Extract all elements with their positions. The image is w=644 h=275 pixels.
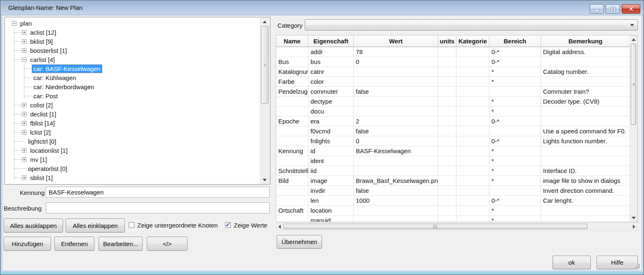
table-row-color[interactable]: Farbecolor*: [276, 77, 630, 87]
scroll-left-arrow-icon[interactable]: [276, 223, 283, 230]
table-row-docu[interactable]: docu*: [276, 107, 630, 116]
scroll-right-arrow-icon[interactable]: [631, 223, 637, 230]
tree-item-bklist-9[interactable]: +bklist [9]: [5, 37, 259, 46]
tree-item-car-k-hlwagen[interactable]: car: Kühlwagen: [5, 73, 259, 82]
beschreibung-input[interactable]: [46, 202, 270, 213]
expand-toggle-icon[interactable]: +: [22, 121, 26, 126]
table-row-dectype[interactable]: dectype*Decoder type. (CV8): [276, 97, 630, 107]
expand-toggle-icon[interactable]: +: [22, 30, 26, 35]
scroll-up-arrow-icon[interactable]: [630, 36, 637, 43]
apply-button[interactable]: Übernehmen: [277, 235, 322, 249]
expand-toggle-icon[interactable]: +: [22, 48, 26, 53]
table-row-len[interactable]: len10000-*Car lenght.: [276, 196, 630, 206]
table-cell: [438, 126, 456, 136]
tree-item-car-post[interactable]: car: Post: [5, 91, 259, 100]
edit-button[interactable]: Bearbeiten...: [99, 237, 143, 251]
tree-scrollbar-thumb[interactable]: ≡: [261, 26, 268, 104]
table-row-image[interactable]: BildimageBrawa_Basf_Kesselwagen.png*imag…: [276, 176, 630, 186]
tree-item-label[interactable]: lightctrl [0]: [27, 138, 57, 145]
tree-item-sblist-1[interactable]: +sblist [1]: [5, 173, 259, 182]
table-row-location[interactable]: Ortschaftlocation*: [276, 206, 630, 216]
tree-item-label[interactable]: carlist [4]: [29, 56, 56, 64]
horizontal-scrollbar-thumb[interactable]: |||: [283, 224, 588, 229]
table-row-addr[interactable]: addr780-*Digital address.: [276, 47, 630, 57]
tree-item-label[interactable]: sblist [1]: [29, 174, 54, 182]
tree-item-operatorlist-0[interactable]: operatorlist [0]: [5, 164, 259, 173]
table-cell: *: [489, 156, 541, 166]
tree-item-fblist-14[interactable]: +fblist [14]: [5, 119, 259, 128]
tree-item-mv-1[interactable]: +mv [1]: [5, 155, 259, 164]
tree-item-label[interactable]: car: Kühlwagen: [32, 74, 77, 82]
tree-item-locationlist-1[interactable]: +locationlist [1]: [5, 146, 259, 155]
expand-toggle-icon[interactable]: +: [22, 130, 26, 135]
table-row-fnlights[interactable]: fnlights00-*Lights function number.: [276, 136, 630, 146]
expand-toggle-icon[interactable]: +: [22, 39, 26, 44]
resize-grip[interactable]: [635, 264, 640, 269]
table-row-commuter[interactable]: PendelzugcommuterfalseCommuter train?: [276, 87, 630, 97]
table-row-id[interactable]: KennungidBASF-Kesselwagen*: [276, 146, 630, 156]
category-select[interactable]: [305, 19, 638, 31]
add-button[interactable]: Hinzufügen: [4, 237, 51, 251]
tree-item-label[interactable]: locationlist [1]: [29, 147, 69, 154]
code-view-button[interactable]: </>: [147, 237, 188, 251]
scroll-down-arrow-icon[interactable]: [260, 176, 269, 183]
tree-item-label[interactable]: mv [1]: [29, 156, 48, 164]
tree-item-carlist-4[interactable]: −carlist [4]: [5, 55, 259, 64]
tree-item-label[interactable]: car: Post: [32, 92, 59, 100]
tree-item-label[interactable]: boosterlist [1]: [29, 47, 68, 55]
expand-toggle-icon[interactable]: +: [22, 103, 26, 107]
collapse-toggle-icon[interactable]: −: [12, 21, 16, 26]
expand-all-button[interactable]: Alles ausklappen: [4, 218, 63, 232]
tree-item-label[interactable]: aclist [12]: [29, 28, 57, 36]
title-bar[interactable]: Gleisplan-Name: New Plan ✕: [1, 1, 643, 15]
tree-item-lightctrl-0[interactable]: lightctrl [0]: [5, 137, 259, 146]
tree-item-label[interactable]: plan: [19, 19, 33, 27]
tree-scrollbar[interactable]: ≡: [260, 18, 270, 184]
tree-item-label[interactable]: car: Niederbordwagen: [32, 83, 96, 91]
tree-item-declist-1[interactable]: +declist [1]: [5, 109, 259, 119]
table-row-f0vcmd[interactable]: f0vcmdfalseUse a speed command for F0.: [276, 126, 630, 136]
scroll-up-arrow-icon[interactable]: [260, 18, 269, 25]
expand-toggle-icon[interactable]: +: [22, 148, 26, 153]
tree-item-aclist-12[interactable]: +aclist [12]: [5, 28, 259, 37]
show-values-checkbox[interactable]: [225, 222, 231, 228]
tree-item-colist-2[interactable]: +colist [2]: [5, 100, 259, 109]
show-child-nodes-checkbox[interactable]: [129, 222, 134, 228]
table-row-manuid[interactable]: manuid*: [276, 216, 630, 222]
collapse-all-button[interactable]: Alles einklappen: [66, 218, 125, 232]
table-row-iid[interactable]: Schnittstelleiid*Interface ID.: [276, 166, 630, 176]
tree-item-label[interactable]: fblist [14]: [29, 119, 56, 127]
table-scrollbar[interactable]: ≡: [630, 36, 637, 222]
tree-item-label[interactable]: colist [2]: [29, 101, 54, 109]
close-button[interactable]: ✕: [622, 4, 640, 14]
collapse-toggle-icon[interactable]: −: [22, 57, 26, 62]
tree-item-label[interactable]: declist [1]: [29, 110, 57, 118]
tree-item-label[interactable]: operatorlist [0]: [27, 165, 68, 173]
kennung-input[interactable]: [46, 187, 270, 198]
remove-button[interactable]: Entfernen: [54, 237, 94, 251]
tree-item-boosterlist-1[interactable]: +boosterlist [1]: [5, 46, 259, 55]
expand-toggle-icon[interactable]: +: [22, 112, 26, 116]
tree-item-lclist-2[interactable]: +lclist [2]: [5, 128, 259, 137]
ok-button[interactable]: ok: [552, 256, 591, 269]
scroll-down-arrow-icon[interactable]: [630, 214, 637, 221]
expand-toggle-icon[interactable]: +: [22, 157, 26, 162]
expand-toggle-icon[interactable]: +: [22, 175, 26, 180]
tree-item-plan[interactable]: −plan: [5, 19, 259, 28]
table-cell: [456, 126, 489, 136]
table-row-ident[interactable]: ident*: [276, 156, 630, 166]
table-scrollbar-thumb[interactable]: ≡: [631, 44, 636, 125]
table-row-bus[interactable]: Busbus00-*: [276, 57, 630, 67]
minimize-button[interactable]: [590, 4, 604, 14]
tree-item-car-niederbordwagen[interactable]: car: Niederbordwagen: [5, 82, 259, 91]
table-row-catnr[interactable]: Katalognummercatnr*Catalog number.: [276, 67, 630, 77]
tree-item-label[interactable]: lclist [2]: [29, 128, 52, 136]
maximize-button[interactable]: [606, 4, 620, 14]
table-row-era[interactable]: Epocheera20-*: [276, 116, 630, 126]
table-horizontal-scrollbar[interactable]: |||: [276, 223, 638, 230]
tree-item-car-basf-kesselwagen[interactable]: car: BASF-Kesselwagen: [5, 64, 259, 73]
tree-item-label[interactable]: car: BASF-Kesselwagen: [32, 65, 102, 73]
help-button[interactable]: Hilfe: [597, 256, 638, 269]
tree-item-label[interactable]: bklist [9]: [29, 38, 54, 45]
table-row-invdir[interactable]: invdirfalseInvert direction command.: [276, 186, 630, 196]
